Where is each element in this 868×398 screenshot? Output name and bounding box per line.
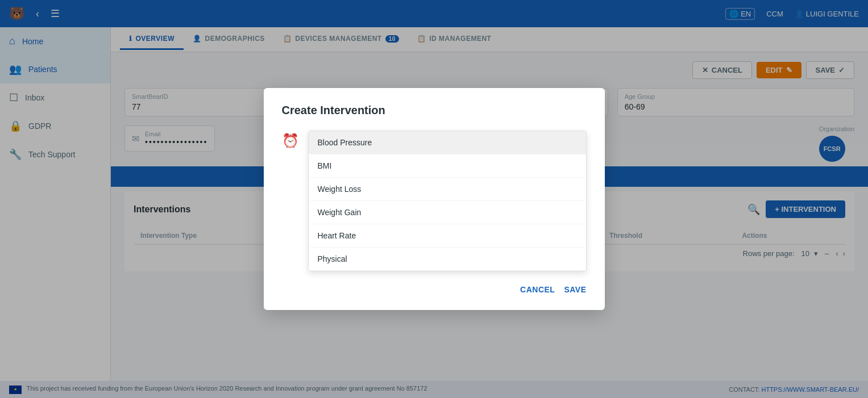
modal-cancel-button[interactable]: CANCEL — [520, 285, 555, 294]
dropdown-item-heart-rate[interactable]: Heart Rate — [309, 224, 586, 248]
dropdown-item-physical[interactable]: Physical — [309, 248, 586, 271]
intervention-type-dropdown[interactable]: Blood Pressure BMI Weight Loss Weight Ga… — [308, 131, 587, 271]
modal-footer: CANCEL SAVE — [282, 285, 587, 294]
dropdown-item-blood-pressure[interactable]: Blood Pressure — [309, 131, 586, 154]
dropdown-item-weight-gain[interactable]: Weight Gain — [309, 201, 586, 224]
modal-overlay[interactable]: Create Intervention ⏰ Blood Pressure BMI… — [0, 0, 868, 398]
modal-save-button[interactable]: SAVE — [564, 285, 586, 294]
dropdown-item-bmi[interactable]: BMI — [309, 154, 586, 178]
dropdown-item-weight-loss[interactable]: Weight Loss — [309, 178, 586, 201]
modal-title: Create Intervention — [282, 104, 587, 117]
dropdown-list: Blood Pressure BMI Weight Loss Weight Ga… — [308, 131, 587, 271]
alarm-icon: ⏰ — [282, 133, 299, 149]
modal-body: ⏰ Blood Pressure BMI Weight Loss Weight … — [282, 131, 587, 271]
create-intervention-modal: Create Intervention ⏰ Blood Pressure BMI… — [264, 88, 605, 310]
